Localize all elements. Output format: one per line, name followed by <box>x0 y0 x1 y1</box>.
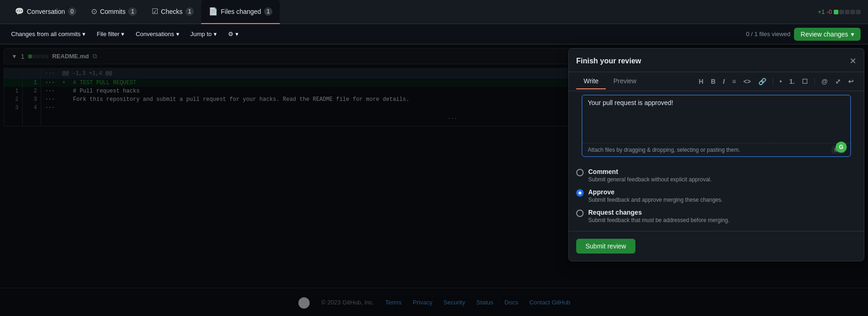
toolbar-expand-btn[interactable]: ⤢ <box>832 76 843 87</box>
toolbar-undo-btn[interactable]: ↩ <box>845 76 856 87</box>
conversations-chevron: ▾ <box>176 31 179 37</box>
main-content: ▼ 1 README.md ⧉ ··· @@ -1,3 +1,4 @@ <box>0 44 868 316</box>
option-request-changes-radio[interactable] <box>576 210 584 217</box>
changes-from-button[interactable]: Changes from all commits ▾ <box>7 29 89 39</box>
diff-sq-gray-3 <box>850 10 855 14</box>
toolbar-sep-1 <box>773 78 773 85</box>
file-filter-label: File filter <box>97 31 119 37</box>
modal-options: Comment Submit general feedback without … <box>569 161 864 231</box>
settings-icon: ⚙ <box>228 31 234 37</box>
option-request-changes[interactable]: Request changes Submit feedback that mus… <box>576 209 856 223</box>
files-changed-icon: 📄 <box>209 7 218 16</box>
modal-tab-write[interactable]: Write <box>576 74 606 89</box>
textarea-inner: Your pull request is approved! G <box>582 95 850 141</box>
option-comment-desc: Submit general feedback without explicit… <box>588 176 712 183</box>
modal-footer: Submit review <box>569 231 864 261</box>
modal-title: Finish your review <box>576 57 641 65</box>
toolbar-link-btn[interactable]: 🔗 <box>756 76 769 87</box>
toolbar-sep-2 <box>814 78 815 85</box>
modal-tabs: Write Preview <box>569 74 651 89</box>
deletions-count: -0 <box>826 8 832 15</box>
toolbar-unordered-list-btn[interactable]: • <box>777 76 785 87</box>
modal-toolbar: H B I ≡ <> 🔗 • 1. ☐ @ ⤢ ↩ <box>689 72 864 91</box>
toolbar-bold-btn[interactable]: B <box>708 76 718 87</box>
toolbar-list-btn[interactable]: ≡ <box>729 76 739 87</box>
option-request-changes-text: Request changes Submit feedback that mus… <box>588 209 730 223</box>
review-changes-label: Review changes <box>800 31 848 38</box>
toolbar-ordered-list-btn[interactable]: 1. <box>787 76 798 87</box>
review-modal: Finish your review ✕ Write Preview H B <box>568 48 864 261</box>
conversation-icon: 💬 <box>15 7 24 16</box>
tab-files-changed-label: Files changed <box>221 8 261 15</box>
toolbar: Changes from all commits ▾ File filter ▾… <box>0 24 868 44</box>
textarea-border: Your pull request is approved! G Attach … <box>582 95 851 157</box>
diff-bar <box>834 10 861 14</box>
toolbar-checklist-btn[interactable]: ☐ <box>799 76 811 87</box>
modal-tab-preview-label: Preview <box>613 77 636 85</box>
option-comment-radio[interactable] <box>576 169 584 176</box>
modal-close-button[interactable]: ✕ <box>850 56 856 66</box>
tab-checks-label: Checks <box>161 8 183 15</box>
option-comment[interactable]: Comment Submit general feedback without … <box>576 168 856 183</box>
settings-button[interactable]: ⚙ ▾ <box>224 29 242 39</box>
toolbar-mention-btn[interactable]: @ <box>819 76 831 87</box>
option-approve[interactable]: Approve Submit feedback and approve merg… <box>576 188 856 203</box>
tab-commits-label: Commits <box>100 8 125 15</box>
option-comment-label: Comment <box>588 168 712 175</box>
diff-sq-gray-4 <box>856 10 861 14</box>
attach-hint: Attach files by dragging & dropping, sel… <box>588 147 740 153</box>
option-comment-text: Comment Submit general feedback without … <box>588 168 712 183</box>
review-changes-chevron: ▾ <box>851 31 854 38</box>
changes-from-chevron: ▾ <box>82 31 86 37</box>
diff-sq-gray-1 <box>839 10 844 14</box>
additions-deletions: +1 -0 <box>818 8 861 15</box>
option-request-changes-desc: Submit feedback that must be addressed b… <box>588 217 730 223</box>
tab-commits[interactable]: ⊙ Commits 1 <box>84 0 144 24</box>
conversations-label: Conversations <box>135 31 174 37</box>
modal-tab-write-label: Write <box>584 77 598 85</box>
tab-conversation[interactable]: 💬 Conversation 0 <box>7 0 84 24</box>
file-filter-chevron: ▾ <box>121 31 124 37</box>
modal-header: Finish your review ✕ <box>569 49 864 72</box>
review-changes-button[interactable]: Review changes ▾ <box>794 28 861 41</box>
tab-bar: 💬 Conversation 0 ⊙ Commits 1 ☑ Checks 1 … <box>0 0 868 24</box>
commits-icon: ⊙ <box>91 7 97 16</box>
attach-bar: Attach files by dragging & dropping, sel… <box>582 143 850 156</box>
option-approve-text: Approve Submit feedback and approve merg… <box>588 188 723 203</box>
tab-checks[interactable]: ☑ Checks 1 <box>144 0 201 24</box>
jump-to-button[interactable]: Jump to ▾ <box>187 29 221 39</box>
grammarly-button[interactable]: G <box>836 142 847 153</box>
tab-conversation-label: Conversation <box>27 8 65 15</box>
checks-icon: ☑ <box>152 7 158 16</box>
option-approve-label: Approve <box>588 188 723 196</box>
option-request-changes-label: Request changes <box>588 209 730 216</box>
diff-sq-green-1 <box>834 10 838 14</box>
file-filter-button[interactable]: File filter ▾ <box>93 29 128 39</box>
modal-tab-preview[interactable]: Preview <box>606 74 644 89</box>
modal-overlay: Finish your review ✕ Write Preview H B <box>0 44 868 316</box>
tab-files-changed-count: 1 <box>264 7 273 16</box>
changes-from-label: Changes from all commits <box>11 31 80 37</box>
submit-review-button[interactable]: Submit review <box>576 239 635 254</box>
option-approve-radio[interactable] <box>576 189 584 197</box>
tab-commits-count: 1 <box>128 7 137 16</box>
toolbar-heading-btn[interactable]: H <box>696 76 706 87</box>
tab-files-changed[interactable]: 📄 Files changed 1 <box>201 0 280 24</box>
textarea-wrap: Your pull request is approved! G Attach … <box>569 91 864 161</box>
jump-to-label: Jump to <box>191 31 212 37</box>
toolbar-code-btn[interactable]: <> <box>740 76 753 87</box>
additions-count: +1 <box>818 8 825 15</box>
conversations-button[interactable]: Conversations ▾ <box>132 29 183 39</box>
review-textarea[interactable]: Your pull request is approved! <box>588 99 845 136</box>
toolbar-italic-btn[interactable]: I <box>720 76 727 87</box>
files-viewed-label: 0 / 1 files viewed <box>746 31 790 37</box>
tab-checks-count: 1 <box>185 7 194 16</box>
diff-sq-gray-2 <box>845 10 850 14</box>
jump-to-chevron: ▾ <box>214 31 217 37</box>
tab-conversation-count: 0 <box>68 7 77 16</box>
settings-chevron: ▾ <box>235 31 239 37</box>
option-approve-desc: Submit feedback and approve merging thes… <box>588 197 723 203</box>
